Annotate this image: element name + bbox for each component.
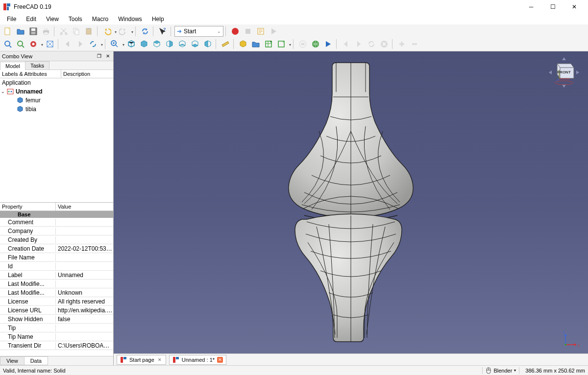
prop-value[interactable]: 2022-02-12T00:53:50Z xyxy=(56,245,113,252)
zoom-dropdown[interactable] xyxy=(122,41,124,47)
web-forward-button[interactable] xyxy=(322,38,334,50)
redo-button[interactable] xyxy=(118,25,129,37)
prop-value[interactable]: Unknown xyxy=(56,289,113,296)
panel-close-button[interactable]: ✕ xyxy=(104,53,111,60)
link-navigation-button[interactable] xyxy=(87,38,99,50)
web-refresh-button[interactable] xyxy=(366,38,377,50)
tree-header-description[interactable]: Description xyxy=(61,70,92,78)
macro-stop-button[interactable] xyxy=(242,25,254,37)
menu-edit[interactable]: Edit xyxy=(21,15,41,23)
prop-value[interactable]: http://en.wikipedia.org/... xyxy=(56,307,113,314)
doctab-close-button[interactable]: ✕ xyxy=(217,357,223,363)
redo-dropdown[interactable] xyxy=(130,28,133,35)
macro-play-button[interactable] xyxy=(268,25,279,37)
bounding-box-button[interactable] xyxy=(44,38,56,50)
prop-row[interactable]: Id xyxy=(0,262,113,271)
tree-header-labels[interactable]: Labels & Attributes xyxy=(0,70,61,78)
window-minimize-button[interactable]: ─ xyxy=(520,0,542,14)
undo-button[interactable] xyxy=(101,25,113,37)
prop-value[interactable]: false xyxy=(56,316,113,323)
zoom-in-button[interactable] xyxy=(109,38,121,50)
menu-windows[interactable]: Windows xyxy=(113,15,147,23)
menu-help[interactable]: Help xyxy=(147,15,169,23)
window-close-button[interactable]: ✕ xyxy=(564,0,585,14)
zoom-selection-button[interactable] xyxy=(15,38,26,50)
bottom-view-button[interactable] xyxy=(189,38,201,50)
properties-header-value[interactable]: Value xyxy=(56,203,73,211)
print-button[interactable] xyxy=(40,25,52,37)
prop-row[interactable]: Tip xyxy=(0,324,113,332)
part-button[interactable] xyxy=(237,38,249,50)
undo-dropdown[interactable] xyxy=(114,28,117,35)
prop-value[interactable]: Unnamed xyxy=(56,272,113,279)
prop-row[interactable]: LicenseAll rights reserved xyxy=(0,297,113,306)
nav-back-button[interactable] xyxy=(62,38,74,50)
model-mesh-knee[interactable] xyxy=(282,58,419,347)
new-document-button[interactable] xyxy=(2,25,14,37)
top-view-button[interactable] xyxy=(151,38,163,50)
prop-row[interactable]: Last Modifie...Unknown xyxy=(0,288,113,297)
prop-value[interactable]: All rights reserved xyxy=(56,298,113,305)
left-view-button[interactable] xyxy=(202,38,214,50)
navigation-cube[interactable]: FRONT xyxy=(547,55,581,90)
tab-data[interactable]: Data xyxy=(24,356,48,365)
front-view-button[interactable] xyxy=(138,38,150,50)
zoom-fit-button[interactable] xyxy=(2,38,14,50)
macro-record-button[interactable] xyxy=(229,25,241,37)
web-zoom-out-button[interactable] xyxy=(409,38,420,50)
doctab-unnamed[interactable]: Unnamed : 1* ✕ xyxy=(169,355,226,365)
doctab-close-button[interactable]: ✕ xyxy=(157,357,163,363)
doctab-start-page[interactable]: Start page ✕ xyxy=(117,355,166,365)
tab-view[interactable]: View xyxy=(0,356,24,365)
refresh-button[interactable] xyxy=(139,25,151,37)
twisty-open-icon[interactable]: ⌄ xyxy=(1,89,7,94)
save-document-button[interactable] xyxy=(27,25,39,37)
prop-row[interactable]: Last Modifie... xyxy=(0,280,113,288)
prop-row[interactable]: Tip Name xyxy=(0,332,113,341)
prop-row[interactable]: File Name xyxy=(0,253,113,262)
tree-body[interactable]: Application ⌄ Unnamed femur tibia xyxy=(0,78,113,203)
tree-item-femur[interactable]: femur xyxy=(0,96,113,105)
window-maximize-button[interactable]: ☐ xyxy=(542,0,564,14)
properties-body[interactable]: Base CommentCompanyCreated ByCreation Da… xyxy=(0,211,113,356)
menu-view[interactable]: View xyxy=(41,15,64,23)
3d-viewport[interactable]: FRONT x z Start page ✕ Unnamed : 1* ✕ xyxy=(114,51,588,365)
copy-button[interactable] xyxy=(71,25,82,37)
whats-this-button[interactable]: ? xyxy=(157,25,169,37)
tab-tasks[interactable]: Tasks xyxy=(25,61,49,70)
draw-style-button[interactable] xyxy=(27,38,39,50)
cut-button[interactable] xyxy=(58,25,70,37)
link-make-button[interactable] xyxy=(263,38,274,50)
web-nav-right-button[interactable] xyxy=(353,38,365,50)
prop-row[interactable]: Show Hiddenfalse xyxy=(0,315,113,324)
link-actions-dropdown[interactable] xyxy=(288,41,291,47)
draw-style-dropdown[interactable] xyxy=(40,41,43,47)
measure-distance-button[interactable] xyxy=(220,38,231,50)
prop-row[interactable]: LabelUnnamed xyxy=(0,271,113,280)
rear-view-button[interactable] xyxy=(176,38,188,50)
menu-file[interactable]: File xyxy=(2,15,21,23)
prop-row[interactable]: Comment xyxy=(0,218,113,227)
properties-header-property[interactable]: Property xyxy=(0,203,56,211)
prop-row[interactable]: Creation Date2022-02-12T00:53:50Z xyxy=(0,244,113,253)
tree-root-application[interactable]: Application xyxy=(0,78,113,87)
web-zoom-in-button[interactable] xyxy=(396,38,408,50)
menu-macro[interactable]: Macro xyxy=(87,15,113,23)
prop-row[interactable]: Company xyxy=(0,227,113,235)
tree-item-tibia[interactable]: tibia xyxy=(0,105,113,114)
link-navigation-dropdown[interactable] xyxy=(100,41,103,47)
group-button[interactable] xyxy=(250,38,262,50)
nav-forward-button[interactable] xyxy=(74,38,86,50)
prop-row[interactable]: License URLhttp://en.wikipedia.org/... xyxy=(0,306,113,315)
prop-row[interactable]: Created By xyxy=(0,235,113,244)
isometric-view-button[interactable] xyxy=(125,38,137,50)
web-nav-left-button[interactable] xyxy=(340,38,352,50)
tree-doc-unnamed[interactable]: ⌄ Unnamed xyxy=(0,87,113,96)
menu-tools[interactable]: Tools xyxy=(64,15,87,23)
paste-button[interactable] xyxy=(83,25,95,37)
panel-float-button[interactable]: ❐ xyxy=(96,53,102,60)
open-document-button[interactable] xyxy=(15,25,26,37)
macros-button[interactable] xyxy=(255,25,267,37)
link-actions-button[interactable] xyxy=(275,38,287,50)
web-stop-button[interactable] xyxy=(378,38,390,50)
